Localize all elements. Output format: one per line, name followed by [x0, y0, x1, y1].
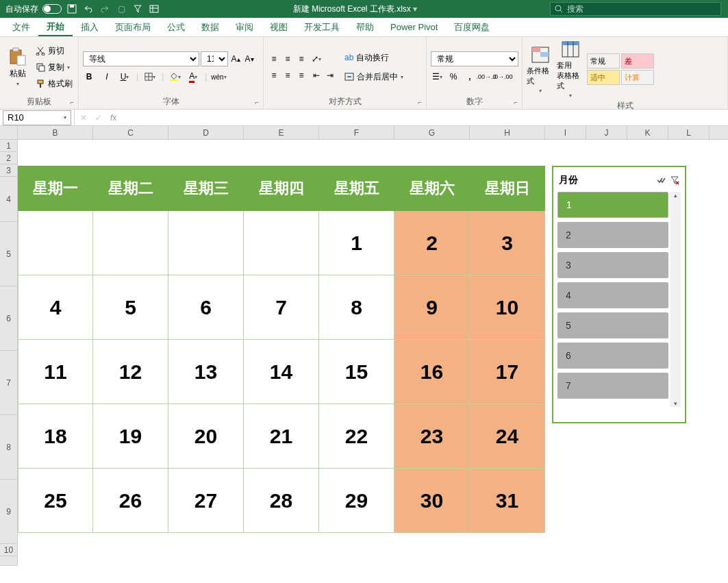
slicer-item[interactable]: 7 [557, 373, 668, 399]
row-header[interactable]: 6 [0, 286, 18, 351]
decrease-decimal-icon[interactable]: .0→.00 [497, 71, 509, 83]
copy-button[interactable]: 复制▾ [34, 60, 74, 75]
tab-帮助[interactable]: 帮助 [348, 18, 382, 36]
select-all-corner[interactable] [0, 126, 18, 139]
calendar-cell[interactable]: 20 [168, 404, 244, 469]
calendar-cell[interactable]: 2 [394, 211, 470, 275]
calendar-cell[interactable]: 29 [319, 469, 394, 533]
bold-button[interactable]: B [83, 71, 95, 83]
tab-文件[interactable]: 文件 [4, 18, 38, 36]
table-icon[interactable] [148, 3, 160, 15]
font-color-button[interactable]: A▾ [187, 71, 199, 83]
qat-icon[interactable]: ▢ [115, 3, 127, 15]
row-header[interactable]: 5 [0, 222, 18, 286]
cut-button[interactable]: 剪切 [34, 43, 74, 58]
align-left-icon[interactable]: ≡ [268, 69, 280, 82]
calendar-cell[interactable]: 16 [394, 340, 470, 404]
align-top-icon[interactable]: ≡ [268, 53, 280, 65]
col-header[interactable]: D [168, 126, 244, 139]
slicer-item[interactable]: 2 [557, 222, 668, 248]
calendar-cell[interactable]: 23 [394, 404, 470, 469]
increase-indent-icon[interactable]: ⇥ [324, 69, 336, 82]
calendar-cell[interactable]: 25 [18, 469, 93, 533]
tab-数据[interactable]: 数据 [193, 18, 227, 36]
calendar-cell[interactable]: 15 [319, 340, 394, 404]
save-icon[interactable] [66, 3, 78, 15]
row-header[interactable]: 7 [0, 351, 18, 415]
filter-icon[interactable] [131, 3, 144, 15]
comma-icon[interactable]: , [464, 71, 476, 83]
calendar-cell[interactable]: 3 [470, 211, 545, 275]
calendar-cell[interactable]: 7 [244, 275, 319, 340]
paste-button[interactable]: 粘贴▾ [4, 40, 32, 95]
italic-button[interactable]: I [101, 71, 113, 83]
calendar-cell[interactable]: 22 [319, 404, 394, 469]
calendar-cell[interactable]: 17 [470, 340, 545, 404]
style-calc[interactable]: 计算 [621, 70, 654, 85]
phonetic-button[interactable]: wén▾ [212, 71, 225, 83]
dialog-launcher-icon[interactable]: ⌐ [514, 99, 518, 106]
slicer-month[interactable]: 月份 1234567▴▾ [552, 166, 686, 423]
percent-icon[interactable]: % [447, 71, 460, 83]
calendar-cell[interactable]: 30 [394, 469, 470, 533]
decrease-indent-icon[interactable]: ⇤ [310, 69, 323, 82]
calendar-cell[interactable]: 11 [18, 340, 93, 404]
row-header[interactable] [0, 556, 18, 566]
col-header[interactable]: G [394, 126, 470, 139]
fill-color-button[interactable]: ▾ [169, 71, 181, 83]
slicer-item[interactable]: 5 [557, 312, 668, 338]
currency-icon[interactable]: ☰▾ [431, 71, 443, 83]
row-header[interactable]: 1 [0, 140, 18, 152]
enter-icon[interactable]: ✓ [95, 113, 102, 123]
dialog-launcher-icon[interactable]: ⌐ [418, 99, 422, 106]
decrease-font-icon[interactable]: A▾ [243, 53, 255, 65]
calendar-cell[interactable] [93, 211, 168, 275]
style-normal[interactable]: 常规 [587, 53, 620, 69]
name-box[interactable]: R10▾ [3, 110, 71, 125]
calendar-cell[interactable]: 9 [394, 275, 470, 340]
calendar-cell[interactable]: 4 [18, 275, 93, 340]
slicer-item[interactable]: 4 [557, 282, 668, 308]
col-header[interactable]: E [244, 126, 319, 139]
style-neutral[interactable]: 适中 [587, 70, 620, 85]
tab-审阅[interactable]: 审阅 [227, 18, 262, 36]
tab-百度网盘[interactable]: 百度网盘 [446, 18, 498, 36]
calendar-cell[interactable]: 26 [93, 469, 168, 533]
col-header[interactable]: H [470, 126, 545, 139]
wrap-text-button[interactable]: ab自动换行 [343, 50, 405, 65]
tab-公式[interactable]: 公式 [159, 18, 193, 36]
formula-input[interactable] [122, 110, 728, 125]
calendar-cell[interactable]: 10 [470, 275, 545, 340]
border-button[interactable]: ▾ [144, 71, 156, 83]
undo-icon[interactable] [82, 3, 95, 15]
row-header[interactable]: 4 [0, 177, 18, 222]
align-bottom-icon[interactable]: ≡ [295, 53, 307, 65]
calendar-cell[interactable]: 1 [319, 211, 394, 275]
row-header[interactable]: 9 [0, 480, 18, 544]
slicer-item[interactable]: 6 [557, 343, 668, 369]
calendar-cell[interactable]: 24 [470, 404, 545, 469]
row-header[interactable]: 8 [0, 415, 18, 480]
row-header[interactable]: 3 [0, 164, 18, 177]
calendar-cell[interactable]: 8 [319, 275, 394, 340]
calendar-cell[interactable]: 21 [244, 404, 319, 469]
font-size-select[interactable]: 11 [201, 51, 228, 66]
slicer-scrollbar[interactable]: ▴▾ [670, 192, 681, 407]
col-header[interactable]: J [586, 126, 627, 139]
tab-开发工具[interactable]: 开发工具 [296, 18, 348, 36]
col-header[interactable]: C [93, 126, 168, 139]
merge-center-button[interactable]: 合并后居中▾ [343, 69, 405, 84]
slicer-item[interactable]: 1 [557, 192, 668, 218]
format-painter-button[interactable]: 格式刷 [34, 76, 74, 91]
search-box[interactable]: 搜索 [550, 2, 721, 16]
col-header[interactable]: L [668, 126, 710, 139]
calendar-cell[interactable]: 31 [470, 469, 545, 533]
row-header[interactable]: 10 [0, 544, 18, 556]
style-bad[interactable]: 差 [621, 53, 654, 69]
tab-页面布局[interactable]: 页面布局 [107, 18, 159, 36]
calendar-cell[interactable] [244, 211, 319, 275]
autosave-toggle[interactable] [42, 4, 62, 14]
fx-icon[interactable]: fx [110, 113, 116, 123]
calendar-cell[interactable]: 5 [93, 275, 168, 340]
col-header[interactable]: B [18, 126, 93, 139]
